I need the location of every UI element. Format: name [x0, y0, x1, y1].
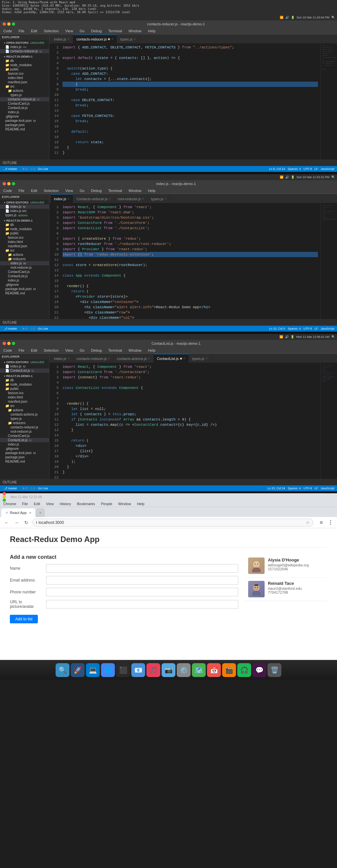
menu-selection-2[interactable]: Selection — [42, 188, 60, 193]
chrome-minimize-button[interactable] — [3, 495, 6, 499]
menu-edit-1[interactable]: Edit — [30, 28, 38, 34]
sidebar-src-1[interactable]: 📁 src — [0, 84, 49, 89]
extensions-icon[interactable]: ⚙ — [317, 519, 325, 527]
menu-file-2[interactable]: File — [17, 188, 26, 193]
sidebar-manifest-2[interactable]: manifest.json — [0, 244, 49, 248]
menu-terminal-3[interactable]: Terminal — [107, 348, 124, 353]
sidebar-manifest-3[interactable]: manifest.json — [0, 399, 49, 404]
live-share-2[interactable]: Go Live — [38, 327, 48, 330]
tab-contacts-reducer-3[interactable]: contacts-reducer.js × — [73, 354, 113, 363]
sidebar-contactcard-3[interactable]: ContactCard.js — [0, 434, 49, 438]
close-button-3[interactable] — [3, 342, 6, 345]
menu-view-2[interactable]: View — [64, 188, 74, 193]
sidebar-public-1[interactable]: 📁 public — [0, 67, 49, 71]
tab-close-index-3[interactable]: × — [67, 356, 69, 360]
menu-terminal-1[interactable]: Terminal — [107, 28, 124, 34]
dock-launchpad[interactable]: 🚀 — [71, 663, 85, 677]
sidebar-contactlist-2[interactable]: ContactList.js — [0, 274, 49, 278]
tab-close-cr-1[interactable]: × — [111, 37, 113, 41]
spaces-3[interactable]: Spaces: 4 — [288, 487, 301, 490]
sidebar-package-lock-3[interactable]: package-lock.json M — [0, 451, 49, 455]
chrome-tab-new[interactable]: + — [36, 508, 44, 517]
menu-debug-2[interactable]: Debug — [90, 188, 103, 193]
code-editor-1[interactable]: 1 2 3 4 5 6 7 8 9 10 11 12 13 14 15 16 1 — [49, 43, 337, 159]
language-2[interactable]: JavaScript — [321, 327, 334, 330]
warnings-1[interactable]: ⚠ 0 — [30, 167, 36, 170]
sidebar-types-1[interactable]: types.js — [0, 93, 49, 97]
line-ending-1[interactable]: LF — [314, 167, 318, 170]
dock-mail[interactable]: 📧 — [131, 663, 145, 677]
encoding-1[interactable]: UTF-8 — [303, 167, 312, 170]
sidebar-htmlindex-1[interactable]: index.html — [0, 76, 49, 80]
dock-maps[interactable]: 🗺️ — [192, 663, 206, 677]
menu-selection-3[interactable]: Selection — [42, 348, 60, 353]
minimize-button-2[interactable] — [7, 182, 10, 185]
sidebar-types-3[interactable]: types.js — [0, 416, 49, 421]
warnings-3[interactable]: ⚠ 0 — [30, 487, 36, 490]
chrome-menu-people[interactable]: People — [100, 501, 113, 506]
tab-close-index-2[interactable]: × — [67, 197, 69, 200]
sidebar-db-3[interactable]: 📁 db — [0, 378, 49, 382]
sidebar-actions-1[interactable]: 📁 actions — [0, 89, 49, 93]
menu-window-3[interactable]: Window — [127, 348, 143, 353]
sidebar-favicon-1[interactable]: favicon.ico — [0, 71, 49, 76]
menu-code-3[interactable]: Code — [2, 348, 13, 353]
sidebar-contactlist-3[interactable]: 📄 ContactList.js U — [0, 369, 49, 373]
menu-code-1[interactable]: Code — [2, 28, 13, 34]
sidebar-favicon-2[interactable]: favicon.ico — [0, 236, 49, 240]
input-name[interactable] — [46, 564, 238, 572]
line-col-2[interactable]: Ln 10, Col 0 — [269, 327, 285, 330]
tab-close-index-1[interactable]: × — [67, 37, 69, 41]
tab-contacts-actions-3[interactable]: contacts-actions.js × — [113, 354, 154, 363]
menu-edit-2[interactable]: Edit — [30, 188, 38, 193]
dock-terminal[interactable]: ⬛ — [116, 663, 130, 677]
sidebar-gitignore-3[interactable]: .gitignore — [0, 446, 49, 451]
dock-finder[interactable]: 🔍 — [56, 663, 69, 677]
tab-types-1[interactable]: types.js × — [117, 35, 139, 43]
warnings-2[interactable]: ⚠ 0 — [30, 327, 36, 330]
chrome-menu-chrome[interactable]: Chrome — [2, 501, 18, 506]
sidebar-node-3[interactable]: 📁 node_modules — [0, 382, 49, 386]
sidebar-file-contacts-reducer-1[interactable]: 📄 contacts-reducer.js U — [0, 49, 49, 53]
sidebar-readme-1[interactable]: README.md — [0, 127, 49, 131]
sidebar-contactlist-1[interactable]: ContactList.js — [0, 106, 49, 110]
sidebar-db-1[interactable]: 📁 db — [0, 59, 49, 63]
menu-go-2[interactable]: Go — [78, 188, 86, 193]
sidebar-package-lock-1[interactable]: package-lock.json M — [0, 119, 49, 123]
sidebar-db-2[interactable]: 📁 db — [0, 223, 49, 227]
open-editors-label-3[interactable]: ▾ OPEN EDITORS UNSAVED — [0, 360, 49, 364]
open-editors-label-2[interactable]: ▾ OPEN EDITORS UNSAVED — [0, 200, 49, 205]
close-button-1[interactable] — [3, 22, 6, 26]
sidebar-index-src-2[interactable]: 📄 index.js src — [0, 209, 49, 213]
add-to-list-button[interactable]: Add to list — [10, 615, 38, 623]
sidebar-actions-3[interactable]: 📁 actions — [0, 408, 49, 412]
sidebar-index-3[interactable]: 📄 index.js M — [0, 364, 49, 369]
sidebar-package-lock-2[interactable]: package-lock.json M — [0, 287, 49, 291]
tab-close-types-1[interactable]: × — [134, 37, 136, 41]
sidebar-manifest-1[interactable]: manifest.json — [0, 80, 49, 84]
line-ending-3[interactable]: LF — [314, 487, 318, 490]
live-share-3[interactable]: Go Live — [38, 487, 48, 490]
errors-3[interactable]: ⊗ 0 — [22, 487, 28, 490]
dock-trash[interactable]: 🗑️ — [268, 663, 281, 677]
dock-calendar[interactable]: 📅 — [207, 663, 221, 677]
sidebar-index-js-2[interactable]: index.js M — [0, 261, 49, 266]
tab-close-cl-3[interactable]: × — [183, 356, 185, 360]
chrome-menu-window[interactable]: Window — [117, 501, 132, 506]
search-icon-3[interactable]: 🔍 — [331, 335, 335, 339]
encoding-2[interactable]: UTF-8 — [303, 327, 312, 330]
sidebar-htmlindex-3[interactable]: index.html — [0, 395, 49, 399]
tab-close-types-3[interactable]: × — [206, 356, 208, 360]
sidebar-contacts-reducer-3[interactable]: contacts-reducer.js — [0, 425, 49, 429]
line-col-3[interactable]: Ln 23, Col 24 — [267, 487, 285, 490]
sidebar-src-3[interactable]: 📁 src — [0, 404, 49, 408]
sidebar-index-active-2[interactable]: 📄 index.js M — [0, 205, 49, 209]
sidebar-contactlist-active-3[interactable]: ContactList.js U — [0, 438, 49, 442]
chrome-menu-view[interactable]: View — [45, 501, 55, 506]
chrome-menu-edit[interactable]: Edit — [33, 501, 41, 506]
bookmark-icon[interactable]: ☆ — [306, 520, 310, 525]
sidebar-types-2[interactable]: types.js actions — [0, 213, 49, 217]
dock-slack[interactable]: 💬 — [252, 663, 266, 677]
sidebar-node-2[interactable]: 📁 node_modules — [0, 227, 49, 231]
tab-types-2[interactable]: types.js × — [148, 194, 170, 203]
